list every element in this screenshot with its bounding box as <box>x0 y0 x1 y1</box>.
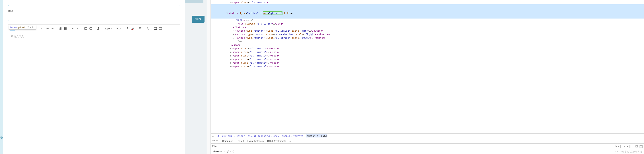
subscript-button[interactable]: x2 <box>70 26 76 31</box>
sidebar-toggle-icon[interactable] <box>639 145 642 148</box>
svg-text:3: 3 <box>59 29 60 30</box>
format-group-direction <box>96 26 101 31</box>
format-group-header: H1 H2 <box>45 26 55 31</box>
font-size-value: 12px <box>104 27 110 30</box>
indent-increase-button[interactable] <box>88 26 93 31</box>
h1-button[interactable]: H1 <box>45 26 50 31</box>
breadcrumb-path[interactable]: … it div.quill-editor div.ql-toolbar.ql-… <box>211 133 644 138</box>
title-input[interactable] <box>8 0 180 6</box>
format-group-align <box>138 26 143 31</box>
author-input[interactable] <box>8 15 180 21</box>
svg-point-8 <box>155 28 155 28</box>
quill-editor: B I U S H1 H2 123 x2 <box>8 25 180 134</box>
elements-tree[interactable]: ▼<span class="ql-formats"> … ▼<button ty… <box>211 0 644 133</box>
clean-format-button[interactable]: T <box>145 26 150 31</box>
breadcrumb-overflow[interactable]: … <box>212 134 214 137</box>
caret-updown-icon: ▴▾ <box>111 28 112 30</box>
breadcrumb-item[interactable]: span.ql-formats <box>282 134 303 137</box>
scrollbar-gutter[interactable] <box>207 0 211 154</box>
styles-rules[interactable]: element.style { <box>211 149 644 154</box>
editor-placeholder: 请输入正文 <box>11 35 177 38</box>
styles-filter-row: :hov .cls + <box>211 144 644 149</box>
editor-content[interactable]: 请输入正文 <box>8 32 180 134</box>
h2-button[interactable]: H2 <box>50 26 55 31</box>
format-group-media <box>153 26 163 31</box>
header-picker[interactable]: H1 ▴▾ <box>115 26 122 31</box>
format-group-clean: T <box>145 26 150 31</box>
image-button[interactable] <box>153 26 158 31</box>
breadcrumb-item-active[interactable]: button.ql-bold <box>306 134 328 137</box>
tabs-more-icon[interactable]: » <box>290 140 291 142</box>
styles-filter-input[interactable] <box>212 145 612 148</box>
format-group-indent <box>83 26 93 31</box>
background-color-button[interactable]: A <box>130 26 135 31</box>
format-group-list: 123 <box>58 26 68 31</box>
hov-toggle[interactable]: :hov <box>613 145 620 148</box>
ordered-list-button[interactable]: 123 <box>58 26 63 31</box>
tab-computed[interactable]: Computed <box>222 140 233 142</box>
left-edge-text: 说 <box>0 136 3 139</box>
superscript-button[interactable]: x2 <box>76 26 81 31</box>
format-group-color: A A <box>125 26 135 31</box>
svg-point-5 <box>64 29 64 29</box>
tab-event-listeners[interactable]: Event Listeners <box>247 140 264 142</box>
svg-rect-11 <box>636 146 637 147</box>
side-panel: 操作 <box>185 0 207 154</box>
action-column-header: 操作 <box>192 16 204 23</box>
tooltip-class: .ql-bold <box>17 26 25 29</box>
breadcrumb-item[interactable]: div.ql-toolbar.ql-snow <box>248 134 279 137</box>
tooltip-tag: button <box>10 26 17 29</box>
direction-button[interactable] <box>96 26 101 31</box>
styles-tabs: Styles Computed Layout Event Listeners D… <box>211 138 644 144</box>
caret-updown-icon: ▴▾ <box>120 28 121 30</box>
svg-rect-12 <box>640 145 642 147</box>
element-style-rule: element.style { <box>212 150 234 153</box>
author-label: 作者 <box>8 10 180 13</box>
video-button[interactable] <box>158 26 163 31</box>
text-color-button[interactable]: A <box>125 26 130 31</box>
watermark-text: CSDN @小菜鸟的前端日记 <box>615 150 642 153</box>
header-value: H1 <box>116 27 120 30</box>
breadcrumb-item[interactable]: div.quill-editor <box>222 134 245 137</box>
format-group-header-picker: H1 ▴▾ <box>115 26 122 31</box>
svg-rect-9 <box>159 28 162 30</box>
svg-point-3 <box>64 27 64 28</box>
align-button[interactable] <box>138 26 143 31</box>
computed-toggle-icon[interactable] <box>635 145 638 148</box>
format-group-size: 12px ▴▾ <box>104 26 113 31</box>
tab-layout[interactable]: Layout <box>236 140 244 142</box>
cls-toggle[interactable]: .cls <box>622 145 630 148</box>
breadcrumb-item[interactable]: it <box>216 134 220 137</box>
tooltip-dimensions: 28 × 24 <box>26 26 34 29</box>
font-size-picker[interactable]: 12px ▴▾ <box>104 26 113 31</box>
tab-dom-breakpoints[interactable]: DOM Breakpoints <box>267 140 286 142</box>
indent-decrease-button[interactable] <box>83 26 88 31</box>
inspect-tooltip: button.ql-bold 28 × 24 <box>9 25 36 30</box>
devtools-panel: ▼<span class="ql-formats"> … ▼<button ty… <box>211 0 644 154</box>
bullet-list-button[interactable] <box>63 26 68 31</box>
main-form-area: 作者 button.ql-bold 28 × 24 B I U S <box>3 0 185 154</box>
tab-styles[interactable]: Styles <box>212 139 218 143</box>
svg-point-4 <box>64 28 64 29</box>
format-group-script: x2 x2 <box>70 26 81 31</box>
code-block-button[interactable] <box>38 26 42 31</box>
svg-text:T: T <box>146 27 148 30</box>
new-style-rule-button[interactable]: + <box>630 145 634 148</box>
